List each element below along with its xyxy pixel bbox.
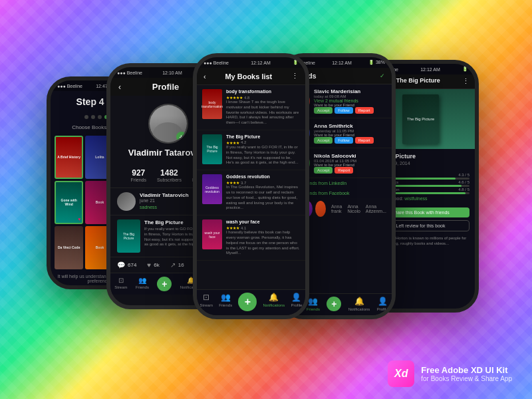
stat-friends: 927 Friends xyxy=(131,168,146,182)
brand-title: Free Adobe XD UI Kit xyxy=(421,365,512,375)
list-item: body transformation body transformation … xyxy=(197,85,305,130)
book-list-cover-1: body transformation xyxy=(202,89,222,119)
brand-subtitle: for Books Review & Share App xyxy=(421,375,512,382)
stat-subscribers: 1482 Subscribers xyxy=(157,168,182,182)
more-icon-3[interactable]: ⋮ xyxy=(291,72,299,80)
xd-badge: Xd xyxy=(388,360,414,387)
progress-dot-1 xyxy=(84,115,88,119)
tab-profile-4[interactable]: 👤 Profile xyxy=(377,297,388,311)
activity-user-avatar xyxy=(117,192,136,211)
book-list-cover-2: The Big Picture xyxy=(202,134,222,164)
tab-add-4[interactable]: + xyxy=(327,297,341,311)
books-list: body transformation body transformation … xyxy=(197,85,305,261)
tab-friends-3[interactable]: 👥 Friends xyxy=(219,293,232,311)
progress-dot-3 xyxy=(98,115,102,119)
report-button-2[interactable]: Report xyxy=(355,137,374,144)
bottom-tabs-3: ⊡ Stream 👥 Friends + 🔔 Notifications 👤 P… xyxy=(197,289,305,315)
branding-area: Xd Free Adobe XD UI Kit for Books Review… xyxy=(388,360,512,387)
comments-count: 💬 674 xyxy=(117,261,136,269)
books-list-title: My Books list xyxy=(206,72,291,80)
tab-notifications-4[interactable]: 🔔 Notifications xyxy=(348,297,370,311)
tab-stream-3[interactable]: ⊡ Stream xyxy=(200,293,213,311)
accept-button-2[interactable]: Accept xyxy=(314,137,332,144)
tab-add-2[interactable]: + xyxy=(157,277,172,291)
likes-count: ♥ 6k xyxy=(147,261,159,269)
book-detail-title: The Big Picture xyxy=(396,77,440,86)
tab-friends-2[interactable]: 👥 Friends xyxy=(136,277,149,291)
previous-button[interactable]: Previous xyxy=(56,288,98,289)
report-button-1[interactable]: Report xyxy=(355,107,374,114)
report-button-3[interactable]: Report xyxy=(334,167,353,174)
book-7[interactable]: Da Vinci Code xyxy=(55,226,83,269)
phone-books-list: ●●● Beeline 12:12 AM 🔋 ‹ My Books list ⋮… xyxy=(193,53,309,319)
mini-book-cover: The Big Picture xyxy=(117,219,140,253)
accept-button-1[interactable]: Accept xyxy=(314,107,332,114)
shares-count: ↗ 16 xyxy=(170,261,184,269)
status-bar-3: ●●● Beeline 12:12 AM 🔋 xyxy=(197,57,305,68)
books-list-header: ‹ My Books list ⋮ xyxy=(197,68,305,85)
progress-dot-2 xyxy=(91,115,95,119)
book-1[interactable]: A Brief History xyxy=(55,136,83,179)
friend-small-avatar-3 xyxy=(315,201,326,217)
more-icon-5[interactable]: ⋮ xyxy=(462,77,469,86)
avatar: + xyxy=(148,104,188,144)
tab-stream-2[interactable]: ⊡ Stream xyxy=(114,277,127,291)
phones-container: ●●● Beeline 12:47 AM 📶 🔋 Step 4 of 5 Cho… xyxy=(40,23,492,376)
book-list-cover-3: Goddess revolution xyxy=(202,174,222,204)
accept-button-3[interactable]: Accept xyxy=(314,167,332,174)
list-item: The Big Picture The Big Picture ★★★★ 4.2… xyxy=(197,130,305,170)
tab-profile-3[interactable]: 👤 Profile xyxy=(291,293,302,311)
back-icon[interactable]: ‹ xyxy=(118,82,121,92)
follow-button-2[interactable]: Follow xyxy=(334,137,352,144)
book-list-cover-4: wash your face xyxy=(202,219,222,249)
follow-button-1[interactable]: Follow xyxy=(334,107,352,114)
add-photo-button[interactable]: + xyxy=(176,132,187,142)
tab-notifications-3[interactable]: 🔔 Notifications xyxy=(263,293,285,311)
tab-add-3[interactable]: + xyxy=(238,293,257,311)
book-4[interactable]: Gone with Wind ♥ xyxy=(55,181,83,224)
profile-title: Profile xyxy=(152,82,179,92)
main-content: ●●● Beeline 12:47 AM 📶 🔋 Step 4 of 5 Cho… xyxy=(0,0,532,399)
list-item: Goddess revolution Goddess revolution ★★… xyxy=(197,170,305,215)
list-item: wash your face wash your face ★★★★ 4.1 I… xyxy=(197,215,305,261)
